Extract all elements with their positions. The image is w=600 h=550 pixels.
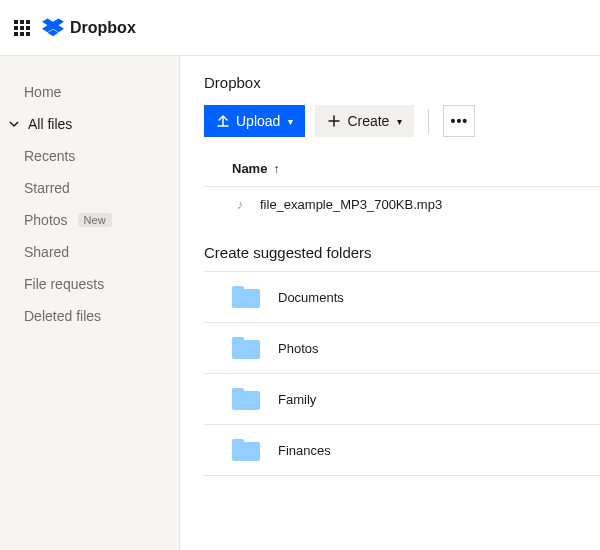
column-header-name[interactable]: Name ↑ (204, 155, 600, 187)
create-button[interactable]: Create ▾ (315, 105, 414, 137)
new-badge: New (78, 213, 112, 227)
chevron-down-icon (8, 118, 22, 130)
folder-icon (232, 286, 260, 308)
breadcrumb[interactable]: Dropbox (204, 74, 600, 91)
file-row[interactable]: ♪ file_example_MP3_700KB.mp3 (204, 187, 600, 240)
file-name: file_example_MP3_700KB.mp3 (260, 197, 442, 212)
sidebar-item-all-files[interactable]: All files (0, 108, 179, 140)
upload-icon (216, 114, 230, 128)
chevron-down-icon: ▾ (288, 116, 293, 127)
upload-button[interactable]: Upload ▾ (204, 105, 305, 137)
folder-icon (232, 439, 260, 461)
ellipsis-icon: ••• (451, 113, 469, 129)
toolbar: Upload ▾ Create ▾ ••• (204, 105, 600, 137)
sidebar: Home All files Recents Starred Photos Ne… (0, 56, 180, 550)
chevron-down-icon: ▾ (397, 116, 402, 127)
suggested-heading: Create suggested folders (204, 244, 600, 261)
toolbar-separator (428, 109, 429, 133)
sort-asc-icon: ↑ (273, 162, 279, 176)
suggested-folder-documents[interactable]: Documents (204, 271, 600, 322)
sidebar-item-file-requests[interactable]: File requests (0, 268, 179, 300)
suggested-folder-finances[interactable]: Finances (204, 424, 600, 476)
content-area: Dropbox Upload ▾ Create ▾ ••• (180, 56, 600, 550)
brand-name: Dropbox (70, 19, 136, 37)
suggested-folder-photos[interactable]: Photos (204, 322, 600, 373)
dropbox-icon (42, 17, 64, 39)
folder-icon (232, 388, 260, 410)
sidebar-item-photos[interactable]: Photos New (0, 204, 179, 236)
audio-file-icon: ♪ (232, 197, 248, 212)
sidebar-item-recents[interactable]: Recents (0, 140, 179, 172)
sidebar-item-starred[interactable]: Starred (0, 172, 179, 204)
more-button[interactable]: ••• (443, 105, 475, 137)
plus-icon (327, 114, 341, 128)
sidebar-item-deleted-files[interactable]: Deleted files (0, 300, 179, 332)
folder-icon (232, 337, 260, 359)
sidebar-item-shared[interactable]: Shared (0, 236, 179, 268)
app-switcher-icon[interactable] (14, 20, 30, 36)
suggested-folder-family[interactable]: Family (204, 373, 600, 424)
app-header: Dropbox (0, 0, 600, 56)
suggested-folders-list: Documents Photos Family Finances (204, 271, 600, 476)
brand-logo[interactable]: Dropbox (42, 17, 136, 39)
sidebar-item-home[interactable]: Home (0, 76, 179, 108)
